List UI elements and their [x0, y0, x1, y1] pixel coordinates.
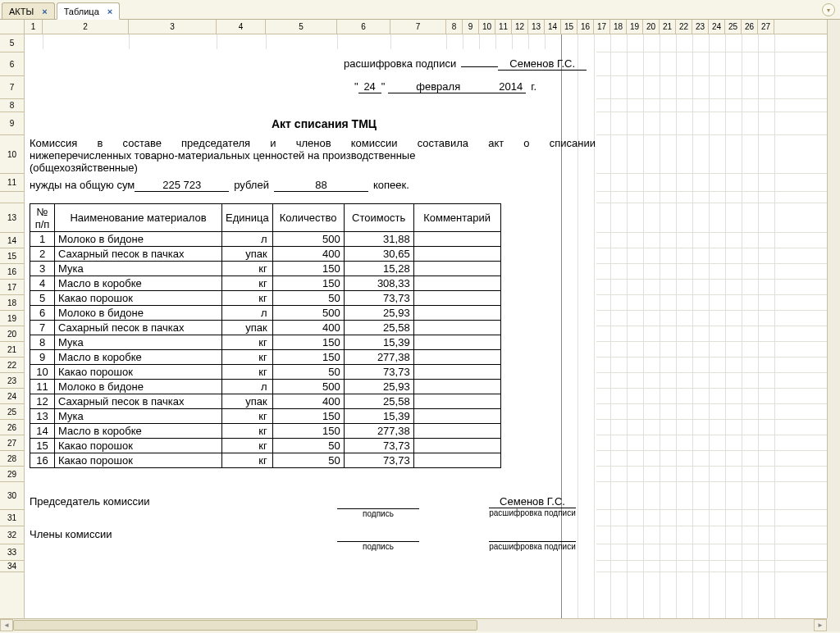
sig-label-2: подпись — [337, 541, 419, 551]
row-header[interactable]: 7 — [0, 76, 24, 99]
row-header[interactable]: 11 — [0, 174, 24, 192]
date-suffix: г. — [526, 80, 536, 93]
scroll-thumb[interactable] — [13, 620, 477, 631]
col-header[interactable]: 1 — [25, 20, 43, 34]
row-header[interactable]: 26 — [0, 420, 24, 435]
col-header[interactable]: 23 — [692, 20, 709, 34]
row-header[interactable]: 17 — [0, 280, 24, 295]
row-header[interactable]: 28 — [0, 451, 24, 467]
scroll-left-icon[interactable]: ◄ — [0, 619, 13, 631]
scroll-right-icon[interactable]: ► — [814, 619, 827, 631]
materials-table: № п/п Наименование материалов Единица Ко… — [30, 203, 501, 468]
row-header[interactable]: 15 — [0, 248, 24, 264]
row-header[interactable]: 24 — [0, 389, 24, 404]
row-header[interactable]: 33 — [0, 544, 24, 561]
table-row[interactable]: 9Масло в коробкекг150277,38 — [30, 350, 501, 365]
col-header[interactable]: 11 — [495, 20, 512, 34]
dropdown-toggle[interactable]: ▾ — [822, 3, 835, 16]
scrollbar-corner — [827, 618, 840, 631]
row-header[interactable]: 22 — [0, 357, 24, 373]
table-row[interactable]: 11Молоко в бидонел50025,93 — [30, 380, 501, 394]
table-row[interactable]: 7Сахарный песок в пачкахупак40025,58 — [30, 321, 501, 335]
row-header[interactable]: 6 — [0, 52, 24, 76]
col-comment: Комментарий — [413, 204, 500, 232]
col-header[interactable]: 16 — [578, 20, 594, 34]
row-header[interactable]: 14 — [0, 233, 24, 248]
row-header[interactable]: 23 — [0, 373, 24, 389]
col-header[interactable]: 19 — [627, 20, 643, 34]
row-header[interactable]: 27 — [0, 435, 24, 451]
col-header[interactable]: 25 — [725, 20, 742, 34]
col-header[interactable]: 15 — [561, 20, 578, 34]
col-header[interactable]: 6 — [337, 20, 390, 34]
table-row[interactable]: 14Масло в коробкекг150277,38 — [30, 424, 501, 439]
table-row[interactable]: 6Молоко в бидонел50025,93 — [30, 306, 501, 321]
table-row[interactable]: 10Какао порошоккг5073,73 — [30, 365, 501, 380]
chairman-label: Председатель комиссии — [30, 495, 149, 508]
row-header[interactable]: 19 — [0, 311, 24, 326]
col-header[interactable]: 4 — [217, 20, 266, 34]
col-header[interactable]: 21 — [660, 20, 676, 34]
document-title: Акт списания ТМЦ — [272, 117, 377, 130]
col-header[interactable]: 12 — [512, 20, 528, 34]
row-header[interactable]: 31 — [0, 510, 24, 526]
close-icon[interactable]: × — [107, 7, 112, 16]
sig-empty — [461, 66, 498, 67]
horizontal-scrollbar[interactable]: ◄ ► — [0, 618, 827, 631]
row-header[interactable] — [0, 192, 24, 203]
col-header[interactable]: 2 — [43, 20, 129, 34]
vertical-scrollbar[interactable] — [827, 20, 840, 618]
col-header[interactable]: 13 — [528, 20, 545, 34]
row-header[interactable]: 13 — [0, 203, 24, 233]
table-row[interactable]: 13Мукакг15015,39 — [30, 409, 501, 424]
col-header[interactable]: 8 — [446, 20, 463, 34]
row-header[interactable]: 25 — [0, 404, 24, 420]
tab-acts[interactable]: АКТЫ × — [2, 2, 55, 19]
col-header[interactable]: 22 — [676, 20, 692, 34]
row-header[interactable]: 32 — [0, 526, 24, 544]
row-header[interactable]: 5 — [0, 34, 24, 52]
table-row[interactable]: 12Сахарный песок в пачкахупак40025,58 — [30, 394, 501, 409]
row-header[interactable]: 21 — [0, 342, 24, 357]
col-header[interactable]: 24 — [709, 20, 725, 34]
row-header[interactable]: 30 — [0, 482, 24, 510]
sig-name: Семенов Г.С. — [498, 57, 587, 71]
row-header[interactable]: 34 — [0, 561, 24, 572]
col-header[interactable]: 5 — [266, 20, 337, 34]
table-row[interactable]: 8Мукакг15015,39 — [30, 335, 501, 350]
col-header[interactable]: 18 — [610, 20, 627, 34]
date-month: февраля — [388, 80, 488, 93]
row-header[interactable]: 18 — [0, 295, 24, 311]
sum-koplabel: копеек. — [368, 179, 409, 191]
row-header[interactable]: 10 — [0, 135, 24, 174]
table-row[interactable]: 16Какао порошоккг5073,73 — [30, 453, 501, 468]
table-row[interactable]: 3Мукакг15015,28 — [30, 262, 501, 276]
header-corner[interactable] — [0, 20, 25, 34]
col-header[interactable]: 20 — [643, 20, 660, 34]
tab-label: Таблица — [64, 7, 99, 16]
decode-label-1: расшифровка подписи — [489, 508, 576, 517]
table-header-row: № п/п Наименование материалов Единица Ко… — [30, 204, 501, 232]
table-row[interactable]: 5Какао порошоккг5073,73 — [30, 291, 501, 306]
row-header[interactable]: 8 — [0, 99, 24, 112]
col-header[interactable]: 27 — [758, 20, 774, 34]
col-qty: Количество — [272, 204, 344, 232]
table-row[interactable]: 2Сахарный песок в пачкахупак40030,65 — [30, 247, 501, 262]
table-row[interactable]: 4Масло в коробкекг150308,33 — [30, 276, 501, 291]
sheet-content[interactable]: расшифровка подписи Семенов Г.С. " 24 " … — [25, 34, 840, 631]
table-row[interactable]: 15Какао порошоккг5073,73 — [30, 439, 501, 453]
col-header[interactable]: 9 — [463, 20, 479, 34]
col-header[interactable]: 7 — [390, 20, 446, 34]
col-header[interactable]: 26 — [742, 20, 758, 34]
row-header[interactable]: 9 — [0, 112, 24, 135]
col-header[interactable]: 10 — [479, 20, 495, 34]
row-header[interactable]: 29 — [0, 467, 24, 482]
col-header[interactable]: 17 — [594, 20, 610, 34]
col-header[interactable]: 3 — [129, 20, 217, 34]
row-header[interactable]: 16 — [0, 264, 24, 280]
table-row[interactable]: 1Молоко в бидонел50031,88 — [30, 232, 501, 247]
col-header[interactable]: 14 — [545, 20, 561, 34]
row-header[interactable]: 20 — [0, 326, 24, 342]
tab-table[interactable]: Таблица × — [57, 2, 121, 20]
close-icon[interactable]: × — [42, 7, 47, 16]
